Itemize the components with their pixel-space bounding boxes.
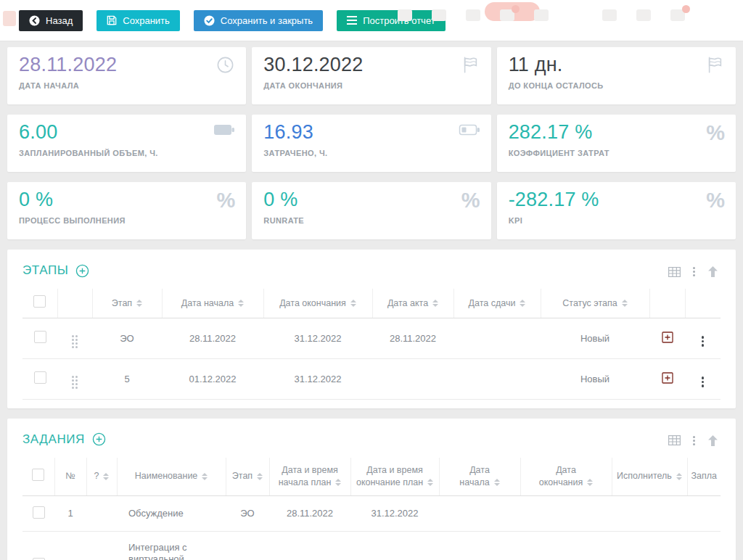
stat-label: ЗАПЛАНИРОВАННЫЙ ОБЪЕМ, Ч. — [19, 149, 234, 157]
sort-icon[interactable] — [622, 300, 628, 307]
stat-card-runrate: 0 % RUNRATE % — [252, 182, 490, 239]
arrow-up-icon[interactable] — [707, 266, 718, 277]
column-header-stage[interactable]: Этап — [92, 289, 162, 318]
column-header-end-date[interactable]: Дата окончания — [263, 289, 372, 318]
stat-value: 0 % — [19, 189, 234, 211]
back-button[interactable]: Назад — [19, 10, 83, 31]
tasks-title: ЗАДАНИЯ — [22, 432, 85, 447]
actions-column-header — [649, 289, 685, 318]
column-header-question[interactable]: ? — [86, 458, 117, 495]
sort-icon[interactable] — [587, 479, 593, 486]
task-name-text: Интеграция с виртуальной АТС МангоТелеко… — [128, 542, 198, 560]
select-all-checkbox[interactable] — [32, 469, 44, 481]
column-header-start-date[interactable]: Дата начала — [162, 289, 263, 318]
sort-icon[interactable] — [136, 300, 142, 307]
column-label: ? — [94, 471, 99, 481]
column-header-delivery-date[interactable]: Дата сдачи — [453, 289, 541, 318]
sort-icon[interactable] — [432, 300, 438, 307]
battery-full-icon — [213, 123, 235, 139]
save-and-close-button[interactable]: Сохранить и закрыть — [194, 10, 323, 31]
stat-card-days-left: 11 дн. ДО КОНЦА ОСТАЛОСЬ — [497, 47, 736, 104]
row-checkbox[interactable] — [33, 506, 45, 519]
expand-plus-icon[interactable] — [662, 372, 673, 384]
stat-card-completion: 0 % ПРОЦЕСС ВЫПОЛНЕНИЯ % — [7, 182, 246, 239]
stat-card-end-date: 30.12.2022 ДАТА ОКОНЧАНИЯ — [252, 47, 490, 104]
row-checkbox[interactable] — [34, 371, 46, 384]
column-header-planned[interactable]: Запла — [687, 458, 721, 495]
faded-monitor-icon — [534, 9, 549, 21]
column-header-act-date[interactable]: Дата акта — [372, 289, 453, 318]
stages-title-row: ЭТАПЫ — [22, 263, 721, 278]
stat-label: ЗАТРАЧЕНО, Ч. — [263, 149, 479, 157]
column-label: Дата сдачи — [469, 298, 516, 308]
cell-end-date: 31.12.2022 — [263, 358, 372, 399]
stat-card-planned-hours: 6.00 ЗАПЛАНИРОВАННЫЙ ОБЪЕМ, Ч. — [7, 115, 246, 172]
sort-icon[interactable] — [494, 479, 500, 486]
cell-end-date — [520, 531, 612, 560]
stat-value: 28.11.2022 — [19, 54, 234, 76]
column-header-status[interactable]: Статус этапа — [541, 289, 649, 318]
cell-start-date — [439, 495, 520, 531]
drag-handle-icon[interactable] — [72, 335, 78, 348]
sort-icon[interactable] — [335, 479, 341, 486]
cell-delivery-date — [453, 358, 541, 399]
column-label: № — [65, 471, 75, 481]
sort-icon[interactable] — [350, 300, 356, 307]
faded-calendar-icon — [602, 9, 617, 21]
stage-row: ЭО 28.11.2022 31.12.2022 28.11.2022 Новы… — [22, 318, 721, 358]
save-button[interactable]: Сохранить — [97, 10, 180, 31]
sort-icon[interactable] — [520, 300, 525, 307]
sort-icon[interactable] — [676, 473, 682, 480]
add-stage-button[interactable] — [75, 264, 89, 278]
flag-icon — [461, 55, 480, 77]
row-checkbox[interactable] — [34, 331, 46, 343]
cell-assignee — [612, 531, 687, 560]
tasks-title-row: ЗАДАНИЯ — [22, 432, 721, 447]
stat-label: ПРОЦЕСС ВЫПОЛНЕНИЯ — [19, 216, 234, 225]
stages-header-row: Этап Дата начала Дата окончания Дата акт… — [22, 289, 721, 318]
add-task-button[interactable] — [92, 432, 106, 446]
sort-icon[interactable] — [103, 473, 109, 480]
cell-number: 1 — [54, 495, 86, 531]
cell-plan-end: 31.12.2022 — [350, 531, 439, 560]
column-label: Дата окончания — [539, 465, 583, 487]
row-menu-icon[interactable] — [702, 376, 705, 387]
cell-stage: 5 — [226, 531, 269, 560]
cell-number: 2 — [54, 531, 86, 560]
sort-icon[interactable] — [238, 300, 244, 307]
percent-icon: % — [706, 190, 725, 211]
stat-value: -282.17 % — [509, 189, 724, 211]
stages-panel: ЭТАПЫ Этап Дата начала Дата окончания Да… — [7, 250, 736, 408]
stat-card-spent-hours: 16.93 ЗАТРАЧЕНО, Ч. — [252, 115, 490, 172]
row-menu-icon[interactable] — [702, 336, 705, 347]
battery-low-icon — [459, 123, 480, 139]
column-header-number[interactable]: № — [54, 458, 86, 495]
arrow-up-icon[interactable] — [707, 435, 718, 446]
drag-handle-icon[interactable] — [72, 376, 78, 389]
cell-planned — [687, 495, 721, 531]
sort-icon[interactable] — [427, 479, 433, 486]
cell-plan-start: 28.11.2022 — [269, 495, 350, 531]
cell-stage: 5 — [92, 358, 162, 399]
faded-mail-icon — [670, 9, 685, 21]
table-icon[interactable] — [668, 267, 681, 277]
toolbar: Назад Сохранить Сохранить и закрыть Пост… — [0, 0, 743, 41]
select-all-checkbox[interactable] — [33, 295, 46, 308]
task-row: 2 Интеграция с виртуальной АТС МангоТеле… — [22, 531, 721, 560]
table-icon[interactable] — [668, 435, 681, 445]
sort-icon[interactable] — [257, 473, 263, 480]
kebab-icon[interactable] — [693, 267, 695, 276]
floppy-icon — [107, 15, 117, 25]
column-header-plan-end[interactable]: Дата и время окончание план — [350, 458, 439, 495]
expand-plus-icon[interactable] — [662, 332, 673, 343]
column-header-assignee[interactable]: Исполнитель — [612, 458, 687, 495]
column-label: Дата акта — [387, 298, 428, 308]
column-header-name[interactable]: Наименование — [117, 458, 226, 495]
kebab-icon[interactable] — [693, 436, 695, 445]
sort-icon[interactable] — [202, 473, 208, 480]
column-header-end-date[interactable]: Дата окончания — [520, 458, 612, 495]
column-header-stage[interactable]: Этап — [226, 458, 269, 495]
stages-title: ЭТАПЫ — [22, 263, 68, 278]
column-header-plan-start[interactable]: Дата и время начала план — [269, 458, 350, 495]
column-header-start-date[interactable]: Дата начала — [439, 458, 520, 495]
